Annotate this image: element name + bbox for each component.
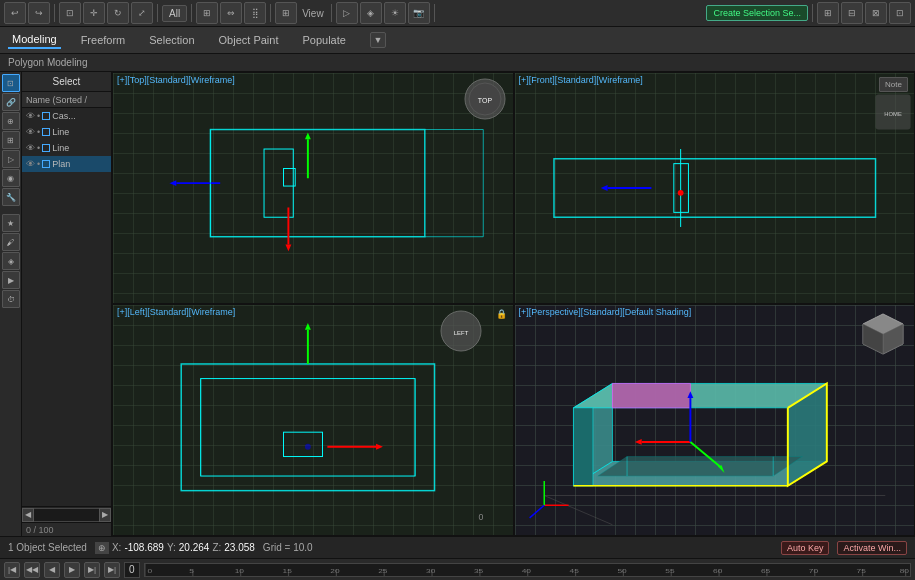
tab-selection[interactable]: Selection: [145, 32, 198, 48]
playback-prev-frame[interactable]: ◀: [44, 562, 60, 578]
scroll-track[interactable]: [34, 508, 99, 522]
grid-text: Grid = 10.0: [263, 542, 313, 553]
svg-marker-50: [612, 383, 690, 407]
playback-end[interactable]: ▶|: [104, 562, 120, 578]
tool-display[interactable]: ◉: [2, 169, 20, 187]
undo-btn[interactable]: ↩: [4, 2, 26, 24]
material-btn[interactable]: ◈: [360, 2, 382, 24]
list-item-1[interactable]: 👁 • Line: [22, 124, 111, 140]
svg-line-42: [544, 496, 612, 525]
viewport-front[interactable]: [+][Front][Standard][Wireframe] Note HOM…: [514, 72, 916, 304]
svg-text:HOME: HOME: [884, 111, 902, 117]
scale-btn[interactable]: ⤢: [131, 2, 153, 24]
scroll-right[interactable]: ▶: [99, 508, 111, 522]
eye2-icon-1: •: [37, 127, 40, 137]
layout-btn3[interactable]: ⊠: [865, 2, 887, 24]
timeline-track[interactable]: 0 5 10 15 20 25 30 35 40 45 50 55 60: [144, 563, 911, 577]
svg-text:30: 30: [426, 567, 435, 574]
tool-utilities[interactable]: 🔧: [2, 188, 20, 206]
y-value: 20.264: [179, 542, 210, 553]
tool-anim[interactable]: ⏱: [2, 290, 20, 308]
status-grid: Grid = 10.0: [263, 542, 313, 553]
tool-select[interactable]: ⊡: [2, 74, 20, 92]
layout-btn4[interactable]: ⊡: [889, 2, 911, 24]
tool-hierarchy[interactable]: ⊞: [2, 131, 20, 149]
svg-point-35: [305, 444, 311, 450]
mirror-btn[interactable]: ⇔: [220, 2, 242, 24]
layout-btn2[interactable]: ⊟: [841, 2, 863, 24]
tool-render[interactable]: ▶: [2, 271, 20, 289]
list-item-3[interactable]: 👁 • Plan: [22, 156, 111, 172]
x-value: -108.689: [124, 542, 163, 553]
time-display: 0: [124, 562, 140, 578]
render-btn[interactable]: ▷: [336, 2, 358, 24]
breadcrumb: Polygon Modeling: [0, 54, 915, 72]
viewport-left[interactable]: [+][Left][Standard][Wireframe] 🔒 LEFT: [112, 304, 514, 536]
eye-icon-2: 👁: [26, 143, 35, 153]
svg-rect-18: [673, 164, 688, 213]
svg-text:35: 35: [473, 567, 482, 574]
tool-bind[interactable]: ⊕: [2, 112, 20, 130]
tool-env[interactable]: ◈: [2, 252, 20, 270]
tab-modeling[interactable]: Modeling: [8, 31, 61, 49]
view-btn[interactable]: ⊞: [275, 2, 297, 24]
autokey-btn[interactable]: Auto Key: [781, 541, 830, 555]
status-coords: ⊕ X: -108.689 Y: 20.264 Z: 23.058: [95, 542, 255, 554]
tabs-more-btn[interactable]: ▼: [370, 32, 386, 48]
left-tools: ⊡ 🔗 ⊕ ⊞ ▷ ◉ 🔧 ★ 🖌 ◈ ▶ ⏱: [0, 72, 22, 536]
array-btn[interactable]: ⣿: [244, 2, 266, 24]
svg-marker-47: [597, 457, 802, 476]
tool-motion[interactable]: ▷: [2, 150, 20, 168]
left-panel: Select Name (Sorted / 👁 • Cas... 👁 • Lin…: [22, 72, 112, 536]
status-objects: 1 Object Selected: [8, 542, 87, 553]
tool-paint[interactable]: 🖌: [2, 233, 20, 251]
svg-rect-4: [264, 149, 293, 217]
panel-scrollbar[interactable]: ◀ ▶: [22, 506, 111, 522]
svg-text:TOP: TOP: [477, 97, 492, 104]
box-icon-3: [42, 160, 50, 168]
move-btn[interactable]: ✛: [83, 2, 105, 24]
toolbar: ↩ ↪ ⊡ ✛ ↻ ⤢ All ⊞ ⇔ ⣿ ⊞ View ▷ ◈ ☀ 📷 Cre…: [0, 0, 915, 54]
tool-create[interactable]: ★: [2, 214, 20, 232]
tool-link[interactable]: 🔗: [2, 93, 20, 111]
filter-dropdown[interactable]: All: [162, 5, 187, 22]
snap-btn[interactable]: ⊞: [196, 2, 218, 24]
playback-play[interactable]: ▶: [64, 562, 80, 578]
light-btn[interactable]: ☀: [384, 2, 406, 24]
tab-object-paint[interactable]: Object Paint: [215, 32, 283, 48]
create-selection-btn[interactable]: Create Selection Se...: [706, 5, 808, 21]
redo-btn[interactable]: ↪: [28, 2, 50, 24]
item-label-1: Line: [52, 127, 69, 137]
layout-btn1[interactable]: ⊞: [817, 2, 839, 24]
svg-marker-34: [376, 444, 383, 450]
list-item-2[interactable]: 👁 • Line: [22, 140, 111, 156]
svg-text:65: 65: [761, 567, 770, 574]
viewport-top[interactable]: [+][Top][Standard][Wireframe] TOP: [112, 72, 514, 304]
viewport-front-svg: HOME: [515, 73, 915, 303]
left-panel-header: Select: [22, 72, 111, 92]
eye2-icon-3: •: [37, 159, 40, 169]
viewport-perspective[interactable]: [+][Perspective][Standard][Default Shadi…: [514, 304, 916, 536]
svg-text:0: 0: [147, 567, 152, 574]
list-item-0[interactable]: 👁 • Cas...: [22, 108, 111, 124]
svg-point-21: [677, 190, 683, 196]
tab-freeform[interactable]: Freeform: [77, 32, 130, 48]
z-label: Z:: [212, 542, 221, 553]
select-btn[interactable]: ⊡: [59, 2, 81, 24]
rotate-btn[interactable]: ↻: [107, 2, 129, 24]
nav-cube-top[interactable]: TOP: [463, 77, 507, 123]
playback-start[interactable]: |◀: [4, 562, 20, 578]
eye2-icon-0: •: [37, 111, 40, 121]
playback-prev[interactable]: ◀◀: [24, 562, 40, 578]
tab-populate[interactable]: Populate: [298, 32, 349, 48]
z-value: 23.058: [224, 542, 255, 553]
coord-icon: ⊕: [95, 542, 109, 554]
playback-next-frame[interactable]: ▶|: [84, 562, 100, 578]
viewport-top-label: [+][Top][Standard][Wireframe]: [117, 75, 235, 85]
breadcrumb-text: Polygon Modeling: [8, 57, 88, 68]
eye-icon-0: 👁: [26, 111, 35, 121]
camera-btn[interactable]: 📷: [408, 2, 430, 24]
activate-win-btn[interactable]: Activate Win...: [837, 541, 907, 555]
scroll-left[interactable]: ◀: [22, 508, 34, 522]
svg-text:0: 0: [478, 512, 483, 522]
